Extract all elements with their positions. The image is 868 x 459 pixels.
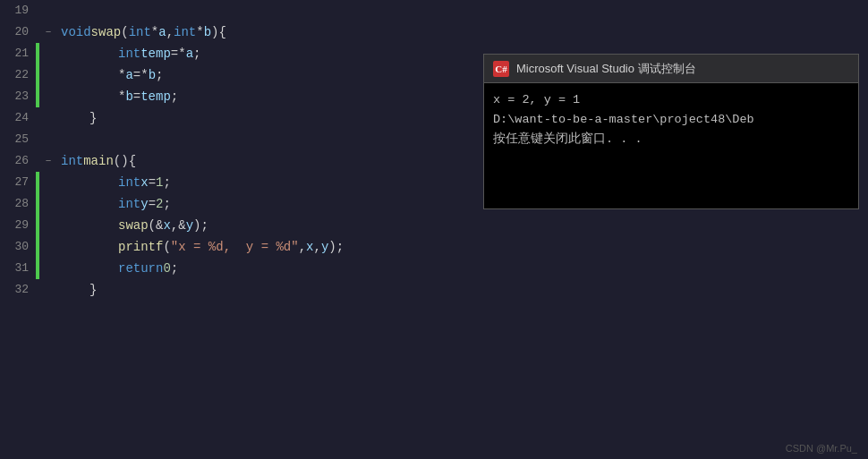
line-number: 21 (0, 43, 36, 64)
fold-gutter (39, 172, 57, 193)
fold-gutter (39, 107, 57, 129)
fold-gutter (39, 86, 57, 107)
line-number: 31 (0, 258, 36, 279)
fold-gutter (39, 193, 57, 215)
line-number: 29 (0, 215, 36, 236)
line-number: 19 (0, 0, 36, 21)
line-number: 30 (0, 236, 36, 258)
code-line: 20−void swap(int* a, int* b) { (0, 21, 868, 43)
code-content: return 0; (57, 258, 868, 279)
code-line: 29swap(&x, &y); (0, 215, 868, 236)
fold-gutter (39, 0, 57, 21)
fold-gutter (39, 215, 57, 236)
fold-gutter (39, 43, 57, 64)
fold-gutter[interactable]: − (39, 150, 57, 172)
console-app-icon: C# (493, 61, 509, 77)
main-container: 1920−void swap(int* a, int* b) {21int te… (0, 0, 868, 459)
console-window: C# Microsoft Visual Studio 调试控制台 x = 2, … (483, 54, 859, 209)
console-title: Microsoft Visual Studio 调试控制台 (516, 61, 696, 77)
code-content: void swap(int* a, int* b) { (57, 21, 868, 43)
code-line: 30printf("x = %d, y = %d", x, y); (0, 236, 868, 258)
line-number: 20 (0, 21, 36, 43)
line-number: 27 (0, 172, 36, 193)
line-number: 22 (0, 64, 36, 86)
line-number: 26 (0, 150, 36, 172)
code-line: 31return 0; (0, 258, 868, 279)
code-line: 32} (0, 279, 868, 301)
console-line: 按任意键关闭此窗口. . . (493, 130, 849, 149)
code-content (57, 0, 868, 21)
line-number: 32 (0, 279, 36, 301)
watermark: CSDN @Mr.Pu_ (786, 443, 857, 454)
fold-gutter (39, 258, 57, 279)
code-content: printf("x = %d, y = %d", x, y); (57, 236, 868, 258)
line-number: 23 (0, 86, 36, 107)
fold-gutter (39, 279, 57, 301)
console-titlebar: C# Microsoft Visual Studio 调试控制台 (484, 55, 858, 83)
fold-gutter (39, 64, 57, 86)
fold-gutter[interactable]: − (39, 21, 57, 43)
line-number: 28 (0, 193, 36, 215)
fold-gutter (39, 129, 57, 150)
console-body: x = 2, y = 1D:\want-to-be-a-master\proje… (484, 83, 858, 208)
console-line: D:\want-to-be-a-master\project48\Deb (493, 110, 849, 130)
line-number: 24 (0, 107, 36, 129)
line-number: 25 (0, 129, 36, 150)
code-line: 19 (0, 0, 868, 21)
code-content: } (57, 279, 868, 301)
code-content: swap(&x, &y); (57, 215, 868, 236)
fold-gutter (39, 236, 57, 258)
console-line: x = 2, y = 1 (493, 90, 849, 110)
